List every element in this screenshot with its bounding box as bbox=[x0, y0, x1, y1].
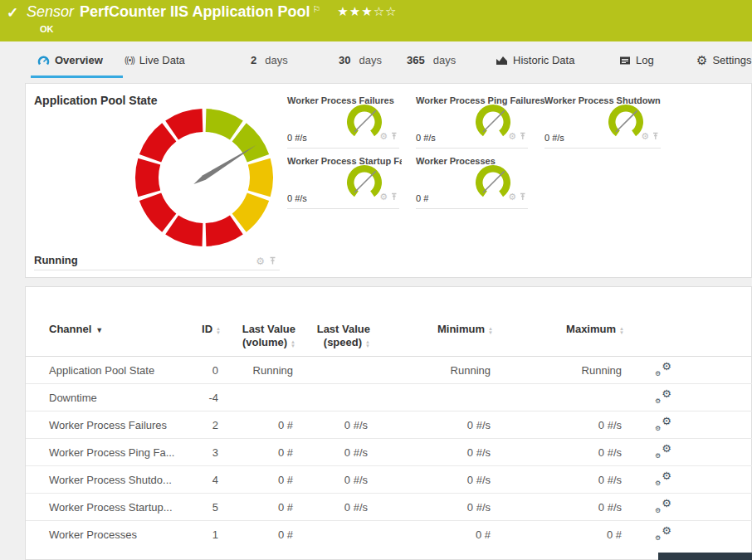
last-value-speed bbox=[296, 384, 371, 411]
channel-id: 1 bbox=[193, 521, 222, 548]
pin-icon[interactable] bbox=[391, 189, 398, 204]
channel-settings-icon[interactable]: ⚙⚙ bbox=[655, 445, 671, 458]
tab-log-label: Log bbox=[636, 54, 654, 66]
channel-name[interactable]: Worker Processes bbox=[26, 521, 193, 548]
mini-gauge-svg bbox=[344, 163, 384, 200]
last-value-speed: 0 #/s bbox=[296, 411, 371, 439]
channel-name[interactable]: Worker Process Shutdo... bbox=[26, 466, 193, 494]
gauge-icon bbox=[37, 55, 50, 66]
ok-check-icon: ✓ bbox=[7, 4, 18, 22]
channel-settings-icon[interactable]: ⚙⚙ bbox=[655, 472, 671, 485]
mini-gauge-value: 0 #/s bbox=[287, 133, 307, 143]
channel-name[interactable]: Downtime bbox=[26, 384, 193, 411]
log-icon bbox=[619, 56, 631, 66]
mini-gauge-tile: Worker Processes 0 # ⚙ bbox=[416, 156, 528, 209]
star-filled-icon[interactable]: ★★★ bbox=[337, 4, 373, 18]
channel-settings-icon[interactable]: ⚙⚙ bbox=[655, 527, 671, 540]
tab-2-days[interactable]: 2 days bbox=[251, 46, 288, 75]
column-header-actions bbox=[625, 287, 752, 357]
tab-live-data[interactable]: ((•)) Live Data bbox=[125, 46, 185, 75]
column-header-last-value-speed[interactable]: Last Value (speed)▲▼ bbox=[296, 287, 371, 357]
mini-gauge-value: 0 # bbox=[416, 193, 428, 203]
minimum-value: 0 #/s bbox=[371, 466, 494, 494]
divider bbox=[416, 208, 528, 209]
channel-table-panel: Channel▼ ID▲▼ Last Value (volume)▲▼ Last… bbox=[25, 286, 752, 560]
last-value-speed: 0 #/s bbox=[296, 466, 371, 494]
tab-2-days-label: days bbox=[265, 54, 287, 66]
pin-icon[interactable] bbox=[652, 129, 659, 144]
minimum-value: 0 #/s bbox=[371, 439, 494, 466]
last-value-volume: 0 # bbox=[222, 439, 296, 466]
tab-historic-data-label: Historic Data bbox=[513, 54, 574, 66]
gauge-settings-gear-icon[interactable]: ⚙ bbox=[379, 192, 388, 202]
last-value-volume bbox=[222, 384, 296, 411]
gauge-settings-gear-icon[interactable]: ⚙ bbox=[508, 132, 516, 141]
channel-name[interactable]: Worker Process Startup... bbox=[26, 494, 193, 521]
channel-name[interactable]: Application Pool State bbox=[26, 357, 193, 384]
last-value-volume: 0 # bbox=[222, 494, 296, 521]
tab-overview-label: Overview bbox=[55, 54, 103, 66]
maximum-value: 0 #/s bbox=[494, 494, 625, 521]
channel-id: 3 bbox=[193, 439, 222, 466]
last-value-volume: 0 # bbox=[222, 521, 296, 548]
tab-overview[interactable]: Overview bbox=[37, 46, 116, 75]
channel-name[interactable]: Worker Process Ping Fa... bbox=[26, 439, 193, 466]
tab-30-days-label: days bbox=[359, 54, 381, 66]
sensor-page: ✓ Sensor PerfCounter IIS Application Poo… bbox=[0, 0, 752, 560]
flag-icon[interactable]: ⚐ bbox=[312, 4, 320, 15]
channel-settings-icon[interactable]: ⚙⚙ bbox=[655, 417, 671, 431]
page-footer-bar[interactable] bbox=[658, 553, 752, 560]
tab-2-days-number: 2 bbox=[251, 54, 256, 66]
mini-gauge-svg bbox=[473, 103, 513, 139]
channel-settings-icon[interactable]: ⚙⚙ bbox=[655, 390, 671, 403]
star-empty-icon[interactable]: ☆☆ bbox=[374, 4, 398, 18]
pin-icon[interactable] bbox=[391, 129, 398, 144]
main-gauge-value: Running bbox=[34, 254, 78, 266]
tab-log[interactable]: Log bbox=[619, 46, 654, 75]
gauge-settings-gear-icon[interactable]: ⚙ bbox=[379, 132, 388, 141]
minimum-value: 0 # bbox=[371, 521, 494, 548]
pin-icon[interactable] bbox=[520, 189, 526, 204]
gauge-settings-gear-icon[interactable]: ⚙ bbox=[256, 256, 265, 266]
last-value-speed bbox=[296, 521, 371, 548]
pin-icon[interactable] bbox=[520, 129, 526, 144]
table-row: Worker Process Failures 2 0 # 0 #/s 0 #/… bbox=[26, 411, 752, 439]
channel-name[interactable]: Worker Process Failures bbox=[26, 411, 193, 439]
column-header-last-value-volume[interactable]: Last Value (volume)▲▼ bbox=[222, 287, 296, 357]
divider bbox=[34, 270, 280, 270]
pin-icon[interactable] bbox=[269, 254, 276, 269]
column-header-channel[interactable]: Channel▼ bbox=[26, 287, 193, 357]
tab-365-days[interactable]: 365 days bbox=[407, 46, 456, 75]
tab-historic-data[interactable]: Historic Data bbox=[496, 46, 574, 75]
tab-settings[interactable]: ⚙ Settings bbox=[696, 46, 751, 75]
tab-365-days-number: 365 bbox=[407, 54, 425, 66]
tab-30-days[interactable]: 30 days bbox=[339, 46, 382, 75]
object-kind-label: Sensor bbox=[27, 3, 74, 21]
gauge-settings-gear-icon[interactable]: ⚙ bbox=[508, 192, 516, 202]
column-header-maximum[interactable]: Maximum▲▼ bbox=[494, 287, 625, 357]
mini-gauge-svg bbox=[606, 103, 646, 139]
priority-stars[interactable]: ★★★☆☆ bbox=[337, 4, 397, 19]
chart-icon bbox=[496, 55, 508, 66]
gauge-settings-gear-icon[interactable]: ⚙ bbox=[641, 132, 649, 141]
channel-settings-icon[interactable]: ⚙⚙ bbox=[655, 363, 671, 376]
table-row: Worker Processes 1 0 # 0 # 0 # ⚙⚙ bbox=[26, 521, 752, 548]
channel-id: 5 bbox=[193, 494, 222, 521]
minimum-value: 0 #/s bbox=[371, 411, 494, 439]
tab-bar: Overview ((•)) Live Data 2 days 30 days … bbox=[0, 41, 752, 79]
maximum-value: Running bbox=[494, 357, 625, 384]
mini-gauge-tile: Worker Process Startup Failu... 0 #/s ⚙ bbox=[287, 156, 399, 209]
last-value-volume: 0 # bbox=[222, 466, 296, 494]
column-header-minimum[interactable]: Minimum▲▼ bbox=[371, 287, 494, 357]
divider bbox=[287, 148, 399, 149]
table-header-row: Channel▼ ID▲▼ Last Value (volume)▲▼ Last… bbox=[26, 287, 752, 357]
mini-gauge-tile: Worker Process Failures 0 #/s ⚙ bbox=[287, 95, 399, 149]
minimum-value bbox=[371, 384, 494, 411]
column-header-id[interactable]: ID▲▼ bbox=[193, 287, 222, 357]
sort-desc-icon: ▼ bbox=[95, 326, 103, 334]
channel-settings-icon[interactable]: ⚙⚙ bbox=[655, 499, 671, 513]
last-value-speed: 0 #/s bbox=[296, 494, 371, 521]
maximum-value: 0 #/s bbox=[494, 411, 625, 439]
mini-gauge-svg bbox=[473, 163, 513, 200]
sort-icon: ▲▼ bbox=[619, 327, 624, 335]
